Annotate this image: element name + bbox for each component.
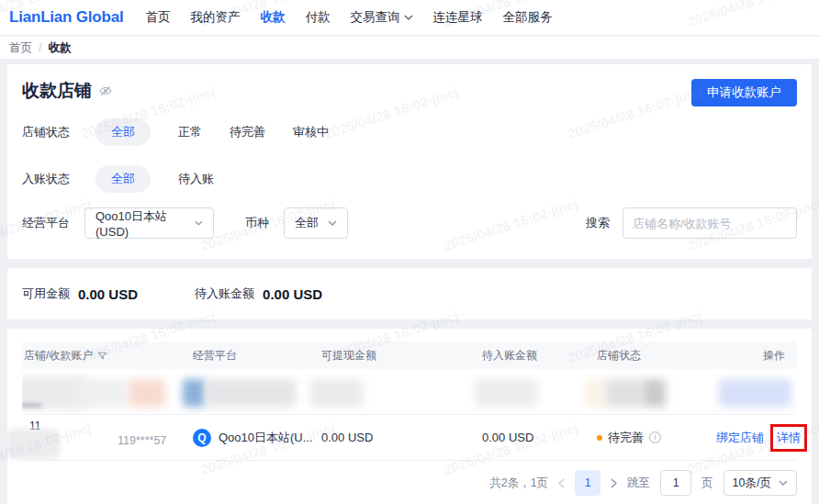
filters-card: 收款店铺 申请收款账户 店铺状态 全部 正常 待完善 审核中 入账状态 全部 待…: [7, 64, 812, 259]
page-title: 收款店铺: [22, 79, 92, 103]
pending-amount: 0.00 USD: [482, 431, 597, 444]
redacted-block: [585, 379, 605, 407]
table-header: 店铺/收款账户 经营平台 可提现金额 待入账金额 店铺状态 操作: [22, 342, 797, 369]
breadcrumb-separator: /: [39, 41, 41, 54]
entry-status-label: 入账状态: [22, 171, 81, 187]
chevron-down-icon: [195, 220, 203, 226]
nav-item-all-services[interactable]: 全部服务: [503, 9, 553, 26]
table-row: 11 119****57 Q Qoo10日本站(U... 0.00 USD 0.…: [22, 415, 797, 461]
pagination: 共2条，1页 1 跳至 页 10条/页: [489, 470, 797, 496]
info-icon[interactable]: [649, 431, 661, 443]
chevron-down-icon: [779, 480, 788, 486]
redacted-block: [73, 379, 127, 407]
nav-item-assets[interactable]: 我的资产: [191, 9, 241, 26]
entry-status-all[interactable]: 全部: [95, 165, 151, 193]
redacted-block: [643, 379, 666, 407]
redacted-block: [206, 379, 296, 407]
eye-hidden-icon[interactable]: [99, 84, 112, 97]
chevron-left-icon: [558, 478, 565, 488]
col-actions: 操作: [716, 348, 797, 364]
nav-menu: 首页 我的资产 收款 付款 交易查询 连连星球 全部服务: [146, 9, 553, 26]
currency-label: 币种: [245, 215, 269, 231]
col-platform: 经营平台: [193, 348, 321, 364]
nav-item-receive[interactable]: 收款: [261, 9, 286, 26]
col-withdrawable: 可提现金额: [321, 348, 482, 364]
redacted-block: [129, 379, 165, 407]
shop-account: 119****57: [118, 434, 166, 447]
nav-item-planet[interactable]: 连连星球: [433, 9, 483, 26]
status-dot-icon: [597, 435, 602, 441]
shop-status-options: 全部 正常 待完善 审核中: [95, 118, 329, 146]
nav-item-transactions[interactable]: 交易查询: [351, 9, 413, 26]
chevron-right-icon: [611, 478, 617, 488]
filter-funnel-icon[interactable]: [97, 351, 107, 361]
entry-status-options: 全部 待入账: [95, 165, 214, 193]
logo[interactable]: LianLian Global: [9, 8, 124, 27]
nav-item-pay[interactable]: 付款: [306, 9, 331, 26]
redacted-smudge: [22, 403, 42, 408]
chevron-down-icon: [404, 15, 413, 20]
qoo10-platform-icon: Q: [193, 429, 211, 447]
col-shop-status: 店铺状态: [597, 348, 716, 364]
shop-status-label: 店铺状态: [22, 124, 81, 140]
col-pending: 待入账金额: [482, 348, 597, 364]
shop-status-normal[interactable]: 正常: [178, 118, 202, 146]
platform-select[interactable]: Qoo10日本站(USD): [84, 207, 214, 239]
pending-amount-value: 0.00 USD: [263, 286, 322, 302]
detail-link[interactable]: 详情: [770, 424, 807, 452]
redacted-block: [183, 379, 206, 407]
search-box: [623, 207, 797, 239]
breadcrumb: 首页 / 收款: [0, 37, 819, 59]
entry-status-pending[interactable]: 待入账: [178, 165, 214, 193]
summary-card: 可用金额 0.00 USD 待入账金额 0.00 USD: [7, 268, 812, 319]
pending-amount-label: 待入账金额: [195, 286, 254, 302]
prev-page-button[interactable]: [558, 478, 565, 488]
withdrawable-amount: 0.00 USD: [321, 431, 482, 444]
bind-shop-link[interactable]: 绑定店铺: [716, 430, 764, 446]
redacted-block: [476, 379, 537, 407]
search-input[interactable]: [633, 217, 794, 230]
table-card: 店铺/收款账户 经营平台 可提现金额 待入账金额 店铺状态 操作: [7, 329, 812, 504]
table-row-redacted: [22, 369, 797, 415]
available-amount-value: 0.00 USD: [78, 286, 138, 302]
page-unit-label: 页: [701, 476, 713, 491]
top-nav: LianLian Global 首页 我的资产 收款 付款 交易查询 连连星球 …: [0, 0, 819, 36]
apply-account-button[interactable]: 申请收款账户: [691, 79, 797, 106]
shop-status-incomplete[interactable]: 待完善: [230, 118, 265, 146]
currency-select[interactable]: 全部: [284, 207, 348, 239]
jump-page-input[interactable]: [660, 470, 691, 496]
jump-label: 跳至: [627, 476, 650, 491]
platform-label: 经营平台: [22, 215, 70, 231]
nav-item-home[interactable]: 首页: [146, 9, 171, 26]
page-size-select[interactable]: 10条/页: [724, 470, 797, 496]
shop-name-redacted: [6, 429, 60, 459]
redacted-block: [605, 379, 643, 407]
chevron-down-icon: [328, 220, 337, 226]
shop-status-all[interactable]: 全部: [95, 118, 151, 146]
next-page-button[interactable]: [611, 478, 617, 488]
status-badge: 待完善: [608, 430, 644, 446]
redacted-block: [310, 379, 363, 407]
pagination-total: 共2条，1页: [489, 476, 548, 491]
page-number-button[interactable]: 1: [575, 470, 600, 496]
breadcrumb-current: 收款: [48, 40, 71, 56]
platform-name: Qoo10日本站(U...: [219, 430, 313, 446]
redacted-block: [719, 379, 791, 407]
available-amount-label: 可用金额: [22, 286, 70, 302]
col-shop-account: 店铺/收款账户: [24, 348, 93, 364]
shop-status-reviewing[interactable]: 审核中: [293, 118, 329, 146]
search-label: 搜索: [586, 215, 610, 231]
breadcrumb-home[interactable]: 首页: [9, 40, 32, 56]
